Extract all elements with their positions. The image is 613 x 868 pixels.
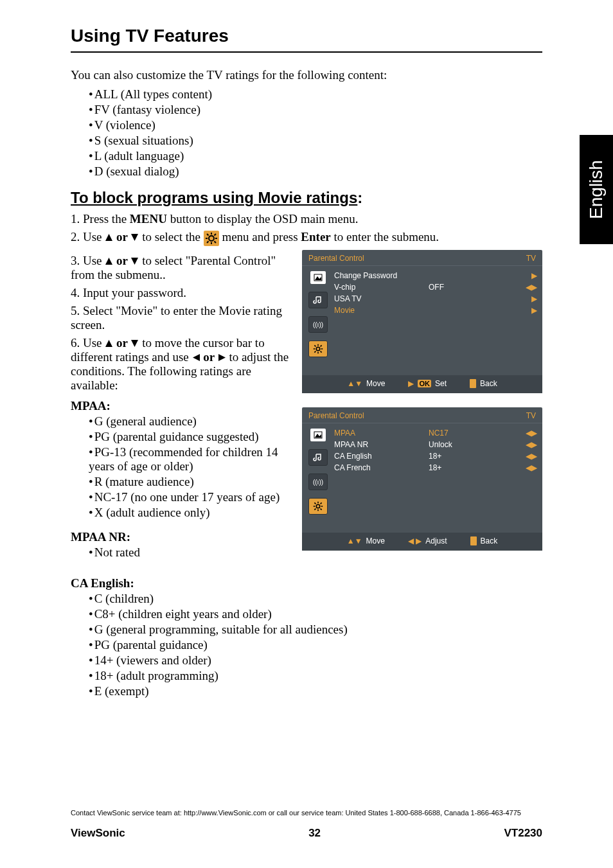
osd-row-arrow: ▶ [523,294,537,303]
page-title: Using TV Features [71,26,542,46]
osd-menu-list: MPAANC17◀▶ MPAA NRUnlock◀▶ CA English18+… [334,429,537,527]
step-3: 3. Use or to select "Parental Control" f… [71,254,289,282]
action-label: Set [435,379,447,388]
list-item: R (mature audience) [89,475,289,489]
list-item: S (sexual situations) [89,134,542,148]
svg-line-37 [314,502,315,504]
back-icon [470,379,476,388]
footer-brand: ViewSonic [71,827,125,840]
osd-row-label-selected[interactable]: MPAA [334,429,425,438]
osd-row-value: 18+ [429,463,519,472]
svg-marker-11 [105,258,112,265]
ca-english-list: C (children) C8+ (children eight years a… [89,592,542,698]
osd-panel-movie: Parental Control TV ((ı)) MPAANC17◀▶ MPA… [302,407,542,551]
svg-line-40 [321,502,322,504]
menu-keyword: MENU [130,212,167,226]
osd-row-label[interactable]: Change Password [334,271,425,280]
svg-text:((ı)): ((ı)) [313,321,323,328]
list-item: PG (parental guidance suggested) [89,430,289,444]
list-item: Not rated [89,545,289,560]
osd-row-label[interactable]: CA English [334,452,425,461]
osd-row-value: OFF [429,283,519,292]
osd-menu-list: Change Password▶ V-chipOFF◀▶ USA TV▶ Mov… [334,271,537,370]
channel-tab-icon[interactable]: ((ı)) [308,474,328,490]
svg-line-10 [214,234,216,236]
mpaa-nr-heading: MPAA NR: [71,530,289,544]
steps-list: 1. Press the MENU button to display the … [71,212,542,246]
list-item: G (general programming, suitable for all… [89,623,542,637]
or-text: or [203,350,217,364]
osd-row-value-selected: NC17 [429,429,519,438]
triangle-down-icon [130,339,139,348]
triangle-up-icon [105,257,113,265]
osd-row-label[interactable]: V-chip [334,283,425,292]
footer-model: VT2230 [504,827,542,840]
step-1: 1. Press the MENU button to display the … [71,212,542,226]
channel-tab-icon[interactable]: ((ı)) [308,316,328,333]
settings-tab-icon[interactable] [308,341,328,357]
list-item: C8+ (children eight years and older) [89,607,542,621]
language-label: English [586,160,607,219]
footer-page-number: 32 [308,827,321,840]
list-item: G (general audience) [89,414,289,429]
step-4: 4. Input your password. [71,286,289,300]
settings-tab-icon[interactable] [308,498,328,515]
osd-panel-parental: Parental Control TV ((ı)) Change Passwor… [302,250,542,393]
osd-row-label-selected[interactable]: Movie [334,306,425,315]
step-text: button to display the OSD main menu. [167,212,359,226]
move-label: Move [366,536,385,545]
svg-line-25 [314,345,315,346]
list-item: FV (fantasy violence) [89,103,542,117]
language-side-tab: English [580,135,613,244]
svg-marker-12 [131,258,138,265]
osd-row-value [429,306,519,315]
step-text: 6. Use [71,336,105,350]
osd-row-arrow: ◀▶ [523,429,537,438]
svg-line-39 [314,508,315,509]
intro-text: You can also customize the TV ratings fo… [71,68,542,82]
osd-row-label[interactable]: CA French [334,463,425,472]
triangle-left-icon [192,353,200,362]
updown-icon: ▲▼ [347,379,362,388]
picture-tab-icon[interactable] [310,429,326,441]
svg-line-9 [207,241,209,243]
audio-tab-icon[interactable] [308,449,328,466]
svg-line-8 [214,241,216,243]
osd-row-label[interactable]: MPAA NR [334,440,425,449]
osd-tab-strip: ((ı)) [307,429,329,527]
svg-marker-1 [131,234,138,241]
osd-row-arrow: ▶ [523,271,537,280]
picture-tab-icon[interactable] [310,271,326,284]
osd-tab-strip: ((ı)) [307,271,329,370]
svg-line-28 [321,345,322,346]
or-text: or [116,336,130,350]
svg-marker-15 [193,354,200,361]
colon: : [357,189,362,206]
osd-footer: ▲▼Move ▶OKSet Back [302,375,542,393]
enter-keyword: Enter [301,230,330,244]
osd-row-value [429,294,519,303]
list-item: PG (parental guidance) [89,638,542,652]
step-text: 1. Press the [71,212,130,226]
back-icon [470,536,477,545]
mpaa-heading: MPAA: [71,399,289,413]
step-text: to enter the submenu. [331,230,439,244]
move-label: Move [366,379,385,388]
osd-title: Parental Control [308,254,364,263]
leftright-icon: ◀ ▶ [408,536,422,545]
list-item: 18+ (adult programming) [89,669,542,683]
step-text: 2. Use [71,230,105,244]
section-heading-text: To block programs using Movie ratings [71,189,357,206]
osd-row-arrow: ◀▶ [523,283,537,292]
or-text: or [116,254,130,267]
step-6: 6. Use or to move the cursor bar to diff… [71,336,289,393]
audio-tab-icon[interactable] [308,292,328,308]
updown-icon: ▲▼ [347,536,362,545]
osd-row-arrow: ▶ [523,306,537,315]
svg-point-2 [209,236,214,241]
osd-row-label[interactable]: USA TV [334,294,425,303]
step-text: 3. Use [71,254,105,267]
svg-marker-30 [315,434,321,438]
svg-point-32 [316,504,320,508]
svg-marker-13 [105,340,112,347]
